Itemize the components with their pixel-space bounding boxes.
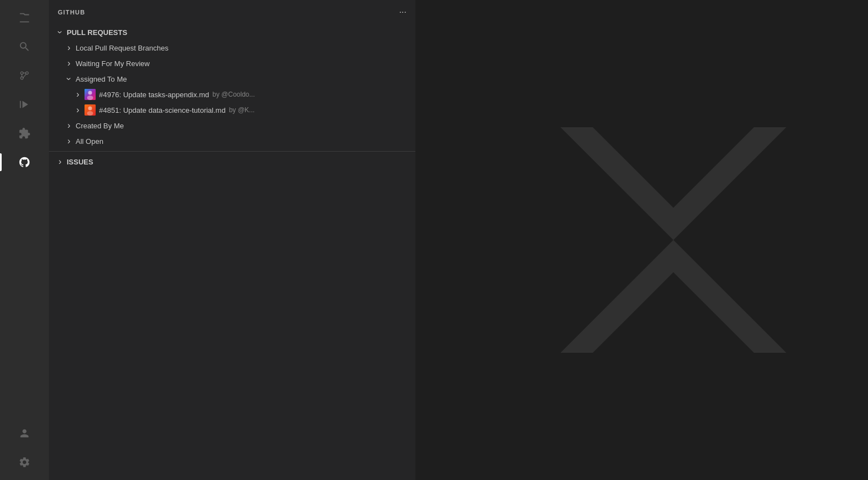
accounts-icon xyxy=(18,427,31,439)
sidebar-content: PULL REQUESTS Local Pull Request Branche… xyxy=(49,24,415,480)
activity-item-run[interactable] xyxy=(11,91,38,118)
activity-item-explorer[interactable] xyxy=(11,4,38,31)
pr-4851-number: #4851 xyxy=(99,106,119,114)
pr-4976-item[interactable]: #4976 : Update tasks-appendix.md by @Coo… xyxy=(49,87,415,102)
svg-point-9 xyxy=(87,111,93,116)
pr-4976-chevron xyxy=(73,90,82,99)
section-divider xyxy=(49,151,415,152)
all-open-item[interactable]: All Open xyxy=(49,133,415,149)
local-pr-branches-label: Local Pull Request Branches xyxy=(76,44,168,52)
created-by-me-item[interactable]: Created By Me xyxy=(49,118,415,133)
activity-item-source-control[interactable] xyxy=(11,62,38,89)
pull-requests-chevron xyxy=(56,28,65,37)
issues-label: ISSUES xyxy=(67,158,93,166)
pr-4851-avatar-img xyxy=(85,104,96,116)
assigned-to-me-chevron xyxy=(65,74,73,83)
created-by-me-chevron xyxy=(65,121,73,130)
pull-requests-section-header[interactable]: PULL REQUESTS xyxy=(49,24,415,40)
local-pr-branches-chevron xyxy=(65,43,73,52)
activity-item-extensions[interactable] xyxy=(11,120,38,147)
svg-point-8 xyxy=(88,107,92,111)
run-icon xyxy=(18,98,31,111)
assigned-to-me-label: Assigned To Me xyxy=(76,75,127,83)
created-by-me-label: Created By Me xyxy=(76,122,124,130)
issues-chevron xyxy=(56,157,65,166)
waiting-for-review-label: Waiting For My Review xyxy=(76,59,150,68)
waiting-for-review-item[interactable]: Waiting For My Review xyxy=(49,56,415,71)
github-icon xyxy=(18,156,31,168)
source-control-icon xyxy=(18,69,31,82)
pull-requests-label: PULL REQUESTS xyxy=(67,28,127,37)
all-open-chevron xyxy=(65,137,73,146)
svg-point-0 xyxy=(21,72,23,74)
activity-item-accounts[interactable] xyxy=(11,420,38,447)
svg-point-6 xyxy=(87,96,93,100)
files-icon xyxy=(18,12,31,24)
issues-section-header[interactable]: ISSUES xyxy=(49,154,415,169)
sidebar-title: GITHUB xyxy=(58,9,85,16)
pr-4976-title: : Update tasks-appendix.md xyxy=(119,91,209,99)
pr-4851-chevron xyxy=(73,106,82,114)
activity-item-search[interactable] xyxy=(11,33,38,60)
activity-bar-bottom xyxy=(11,420,38,480)
svg-point-2 xyxy=(21,77,23,79)
vscode-watermark xyxy=(512,79,835,401)
pr-4976-avatar-img xyxy=(85,89,96,100)
local-pr-branches-item[interactable]: Local Pull Request Branches xyxy=(49,40,415,56)
activity-bar xyxy=(0,0,49,480)
sidebar-header: GITHUB ··· xyxy=(49,0,415,24)
pr-4851-item[interactable]: #4851 : Update data-science-tutorial.md … xyxy=(49,102,415,118)
all-open-label: All Open xyxy=(76,137,103,146)
sidebar: GITHUB ··· PULL REQUESTS Local Pull Requ… xyxy=(49,0,416,480)
pr-4851-avatar xyxy=(85,104,96,116)
search-icon xyxy=(18,41,31,53)
assigned-to-me-item[interactable]: Assigned To Me xyxy=(49,71,415,87)
svg-rect-3 xyxy=(20,101,21,108)
settings-icon xyxy=(18,456,31,468)
pr-4976-author: by @Cooldo... xyxy=(212,91,255,98)
waiting-for-review-chevron xyxy=(65,59,73,68)
main-content xyxy=(416,0,868,480)
activity-item-github[interactable] xyxy=(11,149,38,176)
pr-4976-number: #4976 xyxy=(99,91,119,99)
pr-4851-author: by @K... xyxy=(229,106,255,114)
pr-4851-title: : Update data-science-tutorial.md xyxy=(119,106,226,114)
activity-item-settings[interactable] xyxy=(11,449,38,476)
extensions-icon xyxy=(18,127,31,139)
svg-point-1 xyxy=(26,72,28,74)
sidebar-more-actions[interactable]: ··· xyxy=(399,7,406,17)
more-actions-icon: ··· xyxy=(399,7,406,17)
pr-4976-avatar xyxy=(85,89,96,100)
svg-point-5 xyxy=(88,91,92,95)
